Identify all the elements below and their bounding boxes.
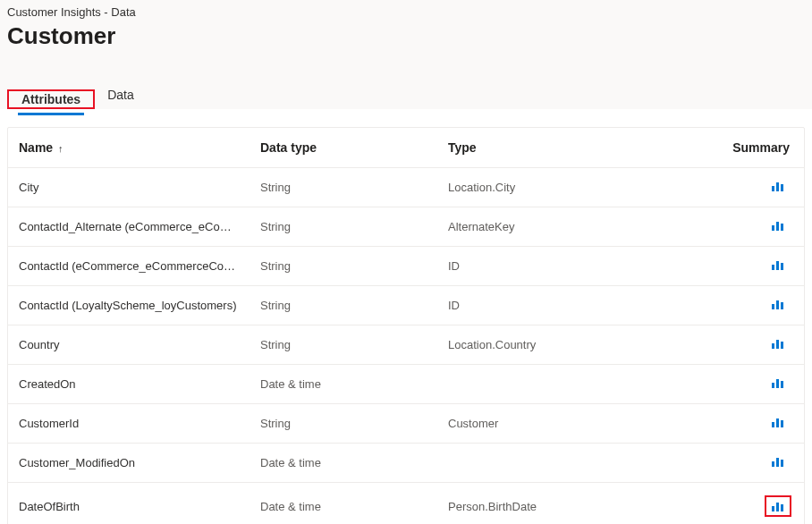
bar-chart-icon[interactable] [772,259,784,270]
cell-datatype: String [250,207,437,247]
table-row: ContactId (LoyaltyScheme_loyCustomers)St… [8,286,804,325]
column-header-type[interactable]: Type [437,128,722,168]
table-row: ContactId_Alternate (eCommerce_eCommeStr… [8,207,804,247]
sort-ascending-icon: ↑ [58,143,63,154]
column-header-datatype[interactable]: Data type [250,128,437,168]
svg-rect-2 [781,184,783,191]
cell-summary [722,207,804,247]
svg-rect-15 [772,383,774,388]
cell-name: Country [8,325,250,365]
svg-rect-14 [781,342,783,349]
breadcrumb: Customer Insights - Data [7,5,805,19]
svg-rect-21 [772,461,774,467]
cell-summary [722,286,804,325]
table-row: DateOfBirthDate & timePerson.BirthDate [8,483,804,525]
cell-type: Person.BirthDate [437,483,722,525]
cell-type: ID [437,247,722,286]
svg-rect-26 [781,504,783,511]
svg-rect-13 [776,340,779,349]
cell-type: Location.Country [437,325,722,365]
cell-type: Customer [437,404,722,444]
cell-type: AlternateKey [437,207,722,247]
svg-rect-8 [781,263,783,270]
table-row: ContactId (eCommerce_eCommerceContaStrin… [8,247,804,286]
cell-datatype: Date & time [250,365,437,404]
cell-summary [722,325,804,365]
cell-name: CustomerId [8,404,250,444]
table-row: CreatedOnDate & time [8,365,804,404]
cell-type [437,444,722,483]
cell-name: DateOfBirth [8,483,250,525]
svg-rect-19 [776,418,779,427]
cell-type: Location.City [437,168,722,207]
svg-rect-25 [776,503,779,511]
highlight-box [765,495,791,517]
bar-chart-icon[interactable] [772,299,784,309]
cell-datatype: String [250,325,437,365]
svg-rect-24 [772,506,774,511]
bar-chart-icon[interactable] [772,181,784,191]
table-row: Customer_ModifiedOnDate & time [8,444,804,483]
tab-attributes[interactable]: Attributes [9,87,93,114]
svg-rect-5 [781,224,783,231]
cell-name: Customer_ModifiedOn [8,444,250,483]
svg-rect-0 [772,186,774,191]
cell-name: CreatedOn [8,365,250,404]
cell-datatype: String [250,404,437,444]
attributes-table: Name ↑ Data type Type Summary CityString… [8,128,804,524]
cell-summary [722,168,804,207]
svg-rect-12 [772,343,774,349]
svg-rect-11 [781,302,783,309]
cell-summary [722,404,804,444]
cell-summary [722,365,804,404]
cell-datatype: String [250,247,437,286]
svg-rect-3 [772,225,774,231]
tab-data[interactable]: Data [95,82,147,109]
svg-rect-7 [776,261,779,270]
column-header-summary[interactable]: Summary [722,128,804,168]
cell-summary [722,444,804,483]
bar-chart-icon[interactable] [772,456,784,467]
bar-chart-icon[interactable] [772,377,784,388]
cell-name: ContactId (eCommerce_eCommerceConta [8,247,250,286]
cell-name: ContactId (LoyaltyScheme_loyCustomers) [8,286,250,325]
svg-rect-6 [772,265,774,270]
svg-rect-10 [776,300,779,309]
table-row: CustomerIdStringCustomer [8,404,804,444]
cell-summary [722,247,804,286]
bar-chart-icon[interactable] [772,220,784,231]
svg-rect-23 [781,460,783,467]
svg-rect-17 [781,381,783,388]
svg-rect-1 [776,182,779,191]
cell-datatype: Date & time [250,444,437,483]
svg-rect-4 [776,222,779,231]
svg-rect-22 [776,458,779,467]
svg-rect-18 [772,422,774,427]
cell-type [437,365,722,404]
svg-rect-16 [776,379,779,388]
bar-chart-icon[interactable] [772,417,784,427]
column-header-name[interactable]: Name ↑ [8,128,250,168]
column-header-name-label: Name [19,140,53,155]
table-row: CountryStringLocation.Country [8,325,804,365]
bar-chart-icon[interactable] [772,501,784,511]
cell-type: ID [437,286,722,325]
cell-datatype: String [250,168,437,207]
cell-name: ContactId_Alternate (eCommerce_eComme [8,207,250,247]
cell-name: City [8,168,250,207]
cell-datatype: Date & time [250,483,437,525]
page-title: Customer [7,22,805,50]
table-row: CityStringLocation.City [8,168,804,207]
cell-summary [722,483,804,525]
svg-rect-20 [781,420,783,427]
bar-chart-icon[interactable] [772,338,784,349]
svg-rect-9 [772,304,774,309]
cell-datatype: String [250,286,437,325]
